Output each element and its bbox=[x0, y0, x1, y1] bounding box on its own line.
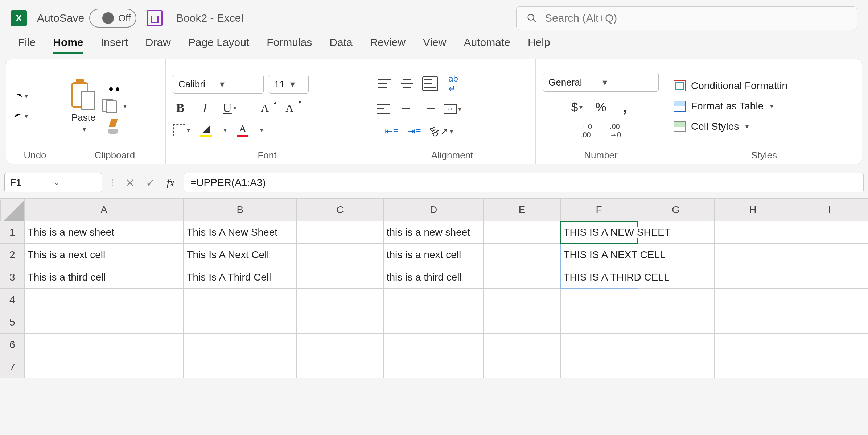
cell-H2[interactable] bbox=[714, 244, 791, 266]
cell-A4[interactable] bbox=[24, 289, 184, 311]
cell-H7[interactable] bbox=[714, 356, 791, 378]
spreadsheet-grid[interactable]: ABCDEFGHI1This is a new sheetThis Is A N… bbox=[0, 198, 868, 378]
cell-G4[interactable] bbox=[637, 289, 714, 311]
cell-B6[interactable] bbox=[184, 334, 297, 356]
cell-styles-button[interactable]: Cell Styles▾ bbox=[674, 121, 749, 132]
font-size-combo[interactable]: 11▾ bbox=[269, 75, 309, 94]
cell-H3[interactable] bbox=[714, 266, 791, 289]
tab-draw[interactable]: Draw bbox=[145, 36, 171, 54]
row-header-7[interactable]: 7 bbox=[0, 356, 25, 378]
column-header-I[interactable]: I bbox=[791, 199, 868, 221]
save-icon[interactable] bbox=[147, 10, 163, 26]
cell-I1[interactable] bbox=[791, 221, 868, 244]
tab-review[interactable]: Review bbox=[370, 36, 406, 54]
cell-G6[interactable] bbox=[637, 334, 714, 356]
row-header-6[interactable]: 6 bbox=[0, 334, 25, 356]
align-top-button[interactable] bbox=[377, 76, 392, 91]
cell-H4[interactable] bbox=[714, 289, 791, 311]
cell-E7[interactable] bbox=[484, 356, 560, 378]
font-color-button[interactable]: A bbox=[235, 123, 250, 137]
cell-C2[interactable] bbox=[297, 244, 383, 266]
cell-I7[interactable] bbox=[791, 356, 868, 378]
cell-E3[interactable] bbox=[484, 266, 560, 289]
row-header-2[interactable]: 2 bbox=[0, 244, 25, 266]
cell-A6[interactable] bbox=[24, 334, 184, 356]
tab-file[interactable]: File bbox=[18, 36, 36, 54]
cell-A5[interactable] bbox=[24, 311, 184, 334]
cell-C7[interactable] bbox=[297, 356, 383, 378]
tab-help[interactable]: Help bbox=[528, 36, 550, 54]
cell-C1[interactable] bbox=[297, 221, 383, 244]
tab-formulas[interactable]: Formulas bbox=[267, 36, 312, 54]
cell-B7[interactable] bbox=[184, 356, 297, 378]
cell-F7[interactable] bbox=[560, 356, 637, 378]
cell-I5[interactable] bbox=[791, 311, 868, 334]
cell-F2[interactable]: THIS IS A NEXT CELL bbox=[560, 244, 637, 266]
row-header-1[interactable]: 1 bbox=[0, 221, 25, 244]
cell-I2[interactable] bbox=[791, 244, 868, 266]
cell-F4[interactable] bbox=[560, 289, 637, 311]
select-all-corner[interactable] bbox=[0, 199, 25, 221]
cell-E1[interactable] bbox=[484, 221, 560, 244]
number-format-combo[interactable]: General▾ bbox=[543, 73, 659, 92]
borders-button[interactable]: ▾ bbox=[173, 123, 190, 137]
underline-button[interactable]: U▾ bbox=[222, 101, 237, 115]
cell-F5[interactable] bbox=[560, 311, 637, 334]
column-header-F[interactable]: F bbox=[560, 199, 637, 221]
cell-E5[interactable] bbox=[484, 311, 560, 334]
cell-E6[interactable] bbox=[484, 334, 560, 356]
chevron-down-icon[interactable]: ▾ bbox=[123, 102, 127, 110]
cell-G7[interactable] bbox=[637, 356, 714, 378]
cell-B2[interactable]: This Is A Next Cell bbox=[184, 244, 297, 266]
column-header-H[interactable]: H bbox=[714, 199, 791, 221]
autosave-toggle[interactable]: Off bbox=[89, 9, 136, 28]
cell-B4[interactable] bbox=[184, 289, 297, 311]
italic-button[interactable]: I bbox=[198, 101, 212, 115]
cell-H5[interactable] bbox=[714, 311, 791, 334]
tab-home[interactable]: Home bbox=[53, 36, 83, 54]
cut-button[interactable] bbox=[107, 79, 122, 93]
cell-F1[interactable]: THIS IS A NEW SHEET bbox=[560, 221, 637, 244]
name-box[interactable]: F1 ⌄ bbox=[4, 173, 102, 192]
percent-button[interactable]: % bbox=[594, 100, 608, 115]
grow-font-button[interactable]: A▴ bbox=[258, 101, 272, 115]
format-as-table-button[interactable]: Format as Table▾ bbox=[674, 100, 773, 112]
cell-F3[interactable]: THIS IS A THIRD CELL bbox=[560, 266, 637, 289]
column-header-B[interactable]: B bbox=[184, 199, 297, 221]
cell-A2[interactable]: This is a next cell bbox=[24, 244, 184, 266]
cell-B5[interactable] bbox=[184, 311, 297, 334]
column-header-E[interactable]: E bbox=[484, 199, 560, 221]
cell-H1[interactable] bbox=[714, 221, 791, 244]
redo-button[interactable]: ▾ bbox=[13, 109, 28, 124]
formula-input[interactable]: =UPPER(A1:A3) bbox=[184, 173, 864, 192]
bold-button[interactable]: B bbox=[173, 101, 188, 115]
cell-D4[interactable] bbox=[383, 289, 484, 311]
tab-insert[interactable]: Insert bbox=[101, 36, 128, 54]
align-right-button[interactable] bbox=[421, 102, 436, 116]
cell-H6[interactable] bbox=[714, 334, 791, 356]
row-header-3[interactable]: 3 bbox=[0, 266, 25, 289]
column-header-D[interactable]: D bbox=[383, 199, 484, 221]
cell-B3[interactable]: This Is A Third Cell bbox=[184, 266, 297, 289]
align-center-button[interactable] bbox=[399, 102, 413, 116]
shrink-font-button[interactable]: A▾ bbox=[282, 101, 297, 115]
cell-D7[interactable] bbox=[383, 356, 484, 378]
conditional-formatting-button[interactable]: Conditional Formattin bbox=[674, 80, 787, 92]
cell-A7[interactable] bbox=[24, 356, 184, 378]
cell-C5[interactable] bbox=[297, 311, 383, 334]
cell-C4[interactable] bbox=[297, 289, 383, 311]
cell-E2[interactable] bbox=[484, 244, 560, 266]
search-box[interactable]: Search (Alt+Q) bbox=[516, 6, 857, 30]
font-name-combo[interactable]: Calibri▾ bbox=[173, 75, 264, 94]
column-header-G[interactable]: G bbox=[637, 199, 714, 221]
tab-automate[interactable]: Automate bbox=[464, 36, 510, 54]
copy-button[interactable] bbox=[102, 99, 117, 113]
tab-page-layout[interactable]: Page Layout bbox=[188, 36, 249, 54]
decrease-indent-button[interactable]: ⇤≡ bbox=[384, 124, 399, 139]
cancel-button[interactable]: ✕ bbox=[123, 175, 137, 190]
increase-indent-button[interactable]: ⇥≡ bbox=[407, 124, 421, 139]
cell-C3[interactable] bbox=[297, 266, 383, 289]
accounting-button[interactable]: $▾ bbox=[570, 100, 584, 115]
cell-B1[interactable]: This Is A New Sheet bbox=[184, 221, 297, 244]
decrease-decimal-button[interactable]: .00→0 bbox=[608, 123, 623, 139]
